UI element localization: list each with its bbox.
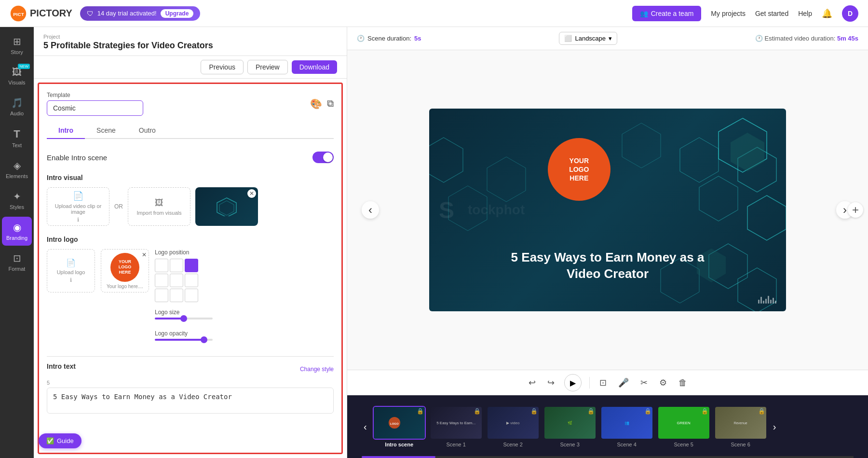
resize-icon[interactable]: ⊡ — [597, 375, 609, 390]
sidebar-item-story[interactable]: ⊞ Story — [2, 31, 32, 60]
upgrade-button[interactable]: Upgrade — [161, 9, 194, 18]
import-visuals-box[interactable]: 🖼 Import from visuals — [128, 187, 190, 226]
content-area: Project 5 Profitable Strategies for Vide… — [34, 27, 868, 458]
tab-outro[interactable]: Outro — [127, 123, 167, 139]
enable-intro-toggle[interactable] — [312, 152, 334, 163]
scene-thumb-intro[interactable]: 👁 LOGO 🔒 Intro scene — [373, 406, 426, 447]
pos-cell-tc[interactable] — [170, 259, 183, 272]
sidebar-item-branding[interactable]: ◉ Branding — [2, 217, 32, 246]
toggle-knob — [323, 153, 333, 162]
get-started-link[interactable]: Get started — [755, 10, 788, 17]
pos-cell-bl[interactable] — [155, 289, 168, 302]
project-title: 5 Profitable Strategies for Video Creato… — [43, 41, 337, 51]
sidebar-item-elements[interactable]: ◈ Elements — [2, 155, 32, 184]
tab-intro[interactable]: Intro — [47, 123, 85, 139]
pos-cell-mr[interactable] — [185, 274, 198, 287]
pos-cell-br[interactable] — [185, 289, 198, 302]
add-element-button[interactable]: + — [848, 202, 863, 218]
audio-bars — [758, 296, 776, 304]
scene5-label: Scene 5 — [674, 442, 693, 447]
sidebar-label-audio: Audio — [10, 111, 24, 116]
delete-icon[interactable]: 🗑 — [677, 376, 689, 390]
copy-icon[interactable]: ⧉ — [327, 98, 334, 110]
create-team-label: Create a team — [651, 10, 694, 17]
timeline-prev-button[interactable]: ‹ — [362, 419, 369, 434]
lock-icon-1: 🔒 — [474, 408, 481, 415]
scene-duration-value: 5s — [414, 35, 421, 42]
template-input[interactable] — [47, 100, 143, 116]
pos-cell-bc[interactable] — [170, 289, 183, 302]
lock-icon-2: 🔒 — [530, 408, 538, 415]
navbar-left: PICT PICTORY 🛡 14 day trial activated! U… — [10, 5, 200, 22]
scene-thumb-4[interactable]: 👥 🔒 Scene 4 — [600, 406, 653, 447]
logo-text-your: YOUR — [570, 156, 589, 165]
template-label: Template — [47, 92, 143, 98]
scene-thumb-1[interactable]: 5 Easy Ways to Earn... 🔒 Scene 1 — [430, 406, 483, 447]
upload-logo-icon: 📄 — [66, 258, 76, 267]
guide-button[interactable]: ✅ Guide — [39, 433, 81, 448]
sidebar-label-visuals: Visuals — [8, 80, 25, 85]
undo-button[interactable]: ↩ — [527, 375, 538, 390]
scene-thumb-2[interactable]: ▶ video 🔒 Scene 2 — [487, 406, 540, 447]
lock-icon-4: 🔒 — [644, 408, 651, 415]
sidebar-item-text[interactable]: T Text — [2, 123, 32, 153]
download-button[interactable]: Download — [292, 60, 337, 74]
logo-size-slider[interactable] — [155, 318, 213, 319]
notifications-icon[interactable]: 🔔 — [822, 8, 832, 19]
scene-thumb-6[interactable]: Revenue 🔒 Scene 6 — [714, 406, 767, 447]
sidebar-item-format[interactable]: ⊡ Format — [2, 248, 32, 277]
scene-duration-label: Scene duration: — [367, 35, 411, 42]
branding-icon: ◉ — [13, 222, 21, 233]
settings-icon[interactable]: ⚙ — [657, 375, 669, 390]
audio-bar — [763, 301, 764, 304]
pos-cell-tl[interactable] — [155, 259, 168, 272]
svg-marker-16 — [731, 133, 764, 171]
logo-opacity-slider[interactable] — [155, 339, 213, 341]
right-area: 🕐 Scene duration: 5s ⬜ Landscape ▾ 🕐 Est… — [347, 27, 868, 458]
my-projects-link[interactable]: My projects — [711, 10, 746, 17]
create-team-button[interactable]: 👥 Create a team — [632, 6, 702, 21]
tab-scene[interactable]: Scene — [85, 123, 127, 139]
lock-icon-3: 🔒 — [587, 408, 595, 415]
intro-logo-section: Intro logo 📄 Upload logo ℹ YOUR LOGO HER… — [47, 236, 334, 347]
redo-button[interactable]: ↪ — [545, 375, 556, 390]
sidebar-label-story: Story — [11, 49, 23, 55]
logo-remove-icon[interactable]: ✕ — [142, 251, 147, 258]
video-title: 5 Easy Ways to Earn Money as aVideo Crea… — [429, 250, 786, 282]
cut-icon[interactable]: ✂ — [638, 375, 650, 390]
logo[interactable]: PICT PICTORY — [10, 5, 72, 22]
scene-thumb-3[interactable]: 🌿 🔒 Scene 3 — [543, 406, 597, 447]
audio-bar — [758, 300, 760, 304]
pos-cell-mc[interactable] — [170, 274, 183, 287]
chevron-down-icon: ▾ — [609, 35, 612, 42]
play-button[interactable]: ▶ — [564, 374, 582, 391]
mic-icon[interactable]: 🎤 — [616, 375, 631, 390]
svg-marker-6 — [699, 176, 738, 221]
sidebar-item-styles[interactable]: ✦ Styles — [2, 186, 32, 215]
change-style-link[interactable]: Change style — [300, 366, 334, 373]
orientation-selector[interactable]: ⬜ Landscape ▾ — [559, 32, 617, 45]
avatar[interactable]: D — [842, 5, 858, 22]
pos-cell-tr[interactable] — [185, 259, 198, 272]
pos-cell-ml[interactable] — [155, 274, 168, 287]
previous-button[interactable]: Previous — [201, 60, 243, 74]
logo-line1: YOUR — [119, 259, 131, 264]
sidebar-item-visuals[interactable]: 🖼 NEW Visuals — [2, 62, 32, 90]
est-duration-value: 5m 45s — [837, 35, 858, 42]
help-link[interactable]: Help — [798, 10, 812, 17]
upload-video-box[interactable]: 📄 Upload video clip or image ℹ — [47, 187, 109, 226]
preview-button[interactable]: Preview — [247, 60, 288, 74]
toolbar: ↩ ↪ ▶ ⊡ 🎤 ✂ ⚙ 🗑 — [347, 370, 868, 395]
timeline-next-button[interactable]: › — [771, 419, 778, 434]
scene-thumb-5[interactable]: GREEN 🔒 Scene 5 — [657, 406, 710, 447]
visual-preview-box: ✕ — [195, 187, 258, 226]
lock-icon-5: 🔒 — [701, 408, 708, 415]
new-badge: NEW — [18, 64, 30, 69]
preview-remove-icon[interactable]: ✕ — [247, 189, 256, 198]
intro-text-input[interactable]: 5 Easy Ways to Earn Money as a Video Cre… — [47, 388, 334, 414]
sidebar-item-audio[interactable]: 🎵 Audio — [2, 92, 32, 121]
upload-logo-box[interactable]: 📄 Upload logo ℹ — [47, 249, 95, 292]
logo-size-label: Logo size — [155, 309, 334, 316]
palette-icon[interactable]: 🎨 — [310, 98, 322, 110]
prev-scene-button[interactable]: ‹ — [362, 201, 379, 219]
